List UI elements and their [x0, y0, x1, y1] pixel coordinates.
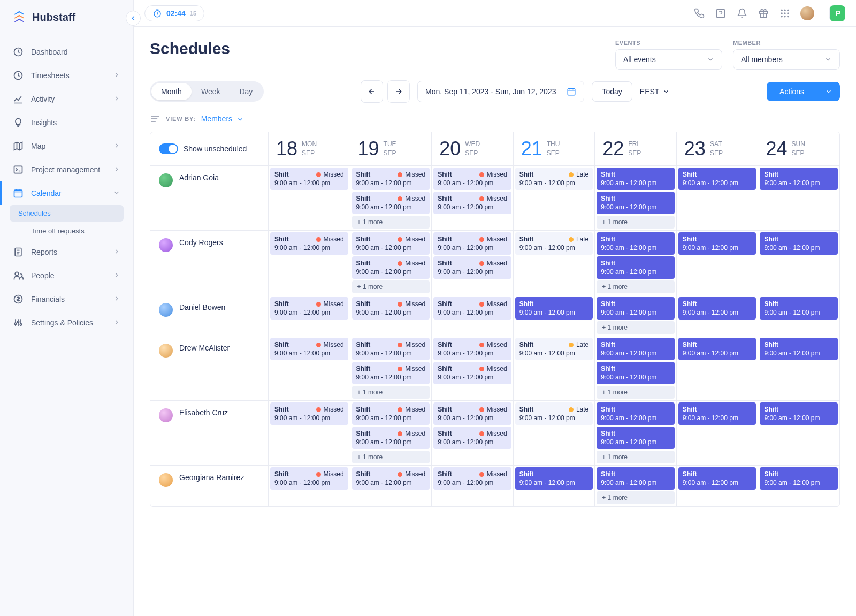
sidebar-item-insights[interactable]: Insights — [0, 111, 133, 134]
more-shifts-button[interactable]: + 1 more — [352, 451, 430, 463]
today-button[interactable]: Today — [592, 81, 632, 102]
sidebar-item-settings-policies[interactable]: Settings & Policies — [0, 311, 133, 334]
sidebar-item-dashboard[interactable]: Dashboard — [0, 40, 133, 64]
events-filter[interactable]: All events — [615, 49, 722, 70]
shift-block[interactable]: ShiftMissed9:00 am - 12:00 pm — [433, 192, 511, 214]
shift-block[interactable]: ShiftMissed9:00 am - 12:00 pm — [352, 297, 430, 320]
member-filter[interactable]: All members — [733, 49, 840, 70]
bell-icon[interactable] — [736, 7, 748, 19]
more-shifts-button[interactable]: + 1 more — [597, 386, 675, 399]
shift-block[interactable]: Shift9:00 am - 12:00 pm — [678, 168, 756, 190]
segment-day[interactable]: Day — [230, 83, 262, 100]
actions-button[interactable]: Actions — [767, 82, 840, 101]
view-by-value[interactable]: Members — [201, 115, 244, 123]
shift-block[interactable]: ShiftLate9:00 am - 12:00 pm — [515, 402, 593, 425]
shift-block[interactable]: Shift9:00 am - 12:00 pm — [597, 338, 675, 360]
shift-block[interactable]: ShiftMissed9:00 am - 12:00 pm — [270, 297, 348, 320]
shift-block[interactable]: ShiftMissed9:00 am - 12:00 pm — [270, 467, 348, 490]
shift-block[interactable]: ShiftMissed9:00 am - 12:00 pm — [433, 297, 511, 320]
shift-block[interactable]: Shift9:00 am - 12:00 pm — [597, 168, 675, 190]
shift-block[interactable]: ShiftMissed9:00 am - 12:00 pm — [352, 168, 430, 190]
shift-block[interactable]: ShiftMissed9:00 am - 12:00 pm — [433, 168, 511, 190]
help-icon[interactable] — [715, 7, 727, 19]
shift-block[interactable]: ShiftMissed9:00 am - 12:00 pm — [270, 402, 348, 425]
shift-block[interactable]: ShiftMissed9:00 am - 12:00 pm — [433, 427, 511, 449]
sidebar-item-calendar[interactable]: Calendar — [0, 181, 133, 205]
shift-block[interactable]: Shift9:00 am - 12:00 pm — [678, 338, 756, 360]
shift-block[interactable]: ShiftMissed9:00 am - 12:00 pm — [352, 467, 430, 490]
shift-block[interactable]: Shift9:00 am - 12:00 pm — [760, 297, 838, 320]
shift-block[interactable]: Shift9:00 am - 12:00 pm — [597, 232, 675, 255]
shift-block[interactable]: Shift9:00 am - 12:00 pm — [678, 232, 756, 255]
timer-pill[interactable]: 02:44 15 — [144, 5, 204, 21]
workspace-badge[interactable]: P — [829, 5, 845, 21]
sidebar-item-timesheets[interactable]: Timesheets — [0, 64, 133, 87]
sidebar-item-project-management[interactable]: Project management — [0, 158, 133, 181]
shift-block[interactable]: Shift9:00 am - 12:00 pm — [597, 192, 675, 214]
shift-block[interactable]: ShiftMissed9:00 am - 12:00 pm — [433, 402, 511, 425]
more-shifts-button[interactable]: + 1 more — [597, 451, 675, 463]
more-shifts-button[interactable]: + 1 more — [597, 321, 675, 334]
show-unscheduled-toggle[interactable] — [159, 143, 178, 154]
shift-block[interactable]: Shift9:00 am - 12:00 pm — [597, 362, 675, 384]
shift-block[interactable]: Shift9:00 am - 12:00 pm — [678, 297, 756, 320]
shift-block[interactable]: ShiftMissed9:00 am - 12:00 pm — [352, 402, 430, 425]
user-avatar[interactable] — [800, 6, 814, 20]
shift-block[interactable]: Shift9:00 am - 12:00 pm — [760, 402, 838, 425]
sidebar-subitem-schedules[interactable]: Schedules — [10, 205, 124, 222]
shift-block[interactable]: Shift9:00 am - 12:00 pm — [597, 427, 675, 449]
timezone-selector[interactable]: EEST — [640, 87, 670, 96]
shift-block[interactable]: ShiftMissed9:00 am - 12:00 pm — [270, 232, 348, 255]
shift-block[interactable]: Shift9:00 am - 12:00 pm — [678, 402, 756, 425]
shift-block[interactable]: ShiftLate9:00 am - 12:00 pm — [515, 168, 593, 190]
sidebar-item-activity[interactable]: Activity — [0, 87, 133, 111]
shift-block[interactable]: Shift9:00 am - 12:00 pm — [760, 338, 838, 360]
phone-icon[interactable] — [693, 7, 705, 19]
date-range-picker[interactable]: Mon, Sep 11, 2023 - Sun, Jun 12, 2023 — [417, 81, 584, 102]
prev-period-button[interactable] — [361, 80, 383, 103]
shift-block[interactable]: ShiftMissed9:00 am - 12:00 pm — [270, 338, 348, 360]
more-shifts-button[interactable]: + 1 more — [352, 280, 430, 293]
shift-block[interactable]: Shift9:00 am - 12:00 pm — [760, 168, 838, 190]
sidebar-collapse-button[interactable] — [126, 11, 141, 26]
shift-block[interactable]: ShiftLate9:00 am - 12:00 pm — [515, 232, 593, 255]
shift-block[interactable]: Shift9:00 am - 12:00 pm — [597, 402, 675, 425]
shift-block[interactable]: ShiftMissed9:00 am - 12:00 pm — [352, 256, 430, 279]
shift-block[interactable]: Shift9:00 am - 12:00 pm — [597, 467, 675, 490]
shift-block[interactable]: ShiftMissed9:00 am - 12:00 pm — [352, 427, 430, 449]
sidebar-item-financials[interactable]: Financials — [0, 287, 133, 311]
shift-block[interactable]: ShiftMissed9:00 am - 12:00 pm — [352, 192, 430, 214]
sidebar-subitem-time-off-requests[interactable]: Time off requests — [0, 222, 133, 240]
shift-block[interactable]: Shift9:00 am - 12:00 pm — [760, 467, 838, 490]
shift-block[interactable]: Shift9:00 am - 12:00 pm — [515, 297, 593, 320]
segment-month[interactable]: Month — [151, 83, 192, 100]
shift-block[interactable]: ShiftMissed9:00 am - 12:00 pm — [270, 168, 348, 190]
segment-week[interactable]: Week — [192, 83, 230, 100]
shift-block[interactable]: ShiftMissed9:00 am - 12:00 pm — [352, 232, 430, 255]
sidebar-item-people[interactable]: People — [0, 264, 133, 287]
more-shifts-button[interactable]: + 1 more — [597, 216, 675, 229]
shift-block[interactable]: ShiftMissed9:00 am - 12:00 pm — [352, 338, 430, 360]
shift-block[interactable]: Shift9:00 am - 12:00 pm — [760, 232, 838, 255]
shift-block[interactable]: ShiftMissed9:00 am - 12:00 pm — [433, 256, 511, 279]
more-shifts-button[interactable]: + 1 more — [597, 491, 675, 504]
actions-chevron-icon[interactable] — [817, 82, 840, 101]
shift-block[interactable]: Shift9:00 am - 12:00 pm — [597, 297, 675, 320]
shift-block[interactable]: ShiftLate9:00 am - 12:00 pm — [515, 338, 593, 360]
apps-icon[interactable] — [779, 7, 791, 19]
more-shifts-button[interactable]: + 1 more — [597, 280, 675, 293]
more-shifts-button[interactable]: + 1 more — [352, 216, 430, 229]
shift-block[interactable]: Shift9:00 am - 12:00 pm — [678, 467, 756, 490]
shift-block[interactable]: Shift9:00 am - 12:00 pm — [597, 256, 675, 279]
shift-block[interactable]: Shift9:00 am - 12:00 pm — [515, 467, 593, 490]
gift-icon[interactable] — [758, 7, 769, 19]
sidebar-item-map[interactable]: Map — [0, 134, 133, 158]
sidebar-item-reports[interactable]: Reports — [0, 240, 133, 264]
shift-block[interactable]: ShiftMissed9:00 am - 12:00 pm — [433, 232, 511, 255]
more-shifts-button[interactable]: + 1 more — [352, 386, 430, 399]
shift-block[interactable]: ShiftMissed9:00 am - 12:00 pm — [433, 338, 511, 360]
shift-block[interactable]: ShiftMissed9:00 am - 12:00 pm — [352, 362, 430, 384]
next-period-button[interactable] — [387, 80, 410, 103]
shift-block[interactable]: ShiftMissed9:00 am - 12:00 pm — [433, 467, 511, 490]
shift-block[interactable]: ShiftMissed9:00 am - 12:00 pm — [433, 362, 511, 384]
